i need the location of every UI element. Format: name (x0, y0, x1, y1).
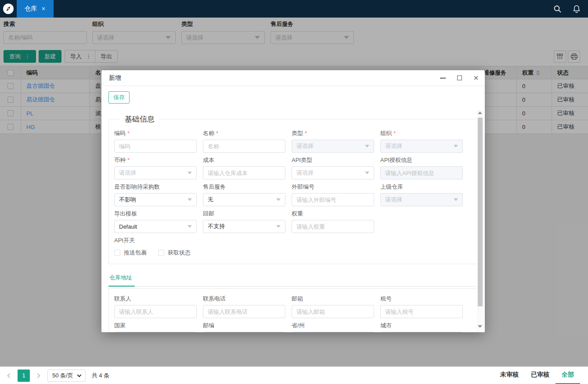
code-input[interactable] (114, 140, 197, 153)
chevron-down-icon (276, 198, 281, 201)
province-input[interactable] (292, 332, 374, 332)
compass-logo-icon (3, 3, 14, 14)
notifications-bell-icon[interactable] (572, 4, 581, 13)
required-marker: * (127, 130, 130, 136)
chevron-down-icon (188, 172, 192, 174)
city-input[interactable] (380, 332, 463, 332)
tab-unaudited[interactable]: 未审核 (494, 367, 525, 384)
name-input[interactable] (203, 140, 285, 153)
save-button[interactable]: 保存 (108, 91, 130, 104)
parent-warehouse-select[interactable]: 请选择 (380, 193, 463, 206)
dialog-body: 基础信息 编码* 名称* 类型* 请选择 组织* 请选择 (101, 114, 485, 332)
total-count: 共 4 条 (92, 372, 109, 380)
footer-bar: 1 50 条/页 共 4 条 未审核 已审核 全部 (0, 366, 588, 384)
chevron-down-icon (188, 198, 192, 201)
scroll-down-icon[interactable] (478, 325, 482, 328)
api-auth-input[interactable] (380, 166, 463, 179)
chevron-down-icon (365, 145, 369, 147)
push-package-checkbox[interactable]: 推送包裹 (114, 249, 147, 257)
new-warehouse-dialog: 新增 ✕ 保存 基础信息 编码* 名称* 类型* (101, 70, 485, 332)
top-navbar: 仓库 ✕ (0, 0, 588, 18)
chevron-down-icon (454, 145, 458, 147)
address-section: 联系人 联系电话 邮箱 税号 国家 请选 (108, 288, 478, 332)
required-marker: * (216, 130, 218, 136)
required-marker: * (393, 130, 396, 136)
checkbox-icon (158, 250, 164, 256)
phone-input[interactable] (203, 305, 285, 318)
global-search-icon[interactable] (553, 4, 562, 13)
minimize-icon[interactable] (439, 75, 446, 82)
required-marker: * (127, 157, 130, 163)
tab-audited[interactable]: 已审核 (525, 367, 556, 384)
address-tabs: 仓库地址 (108, 274, 478, 287)
basic-info-title: 基础信息 (120, 114, 159, 124)
chevron-down-icon (276, 225, 281, 228)
tab-warehouse-address[interactable]: 仓库地址 (108, 274, 135, 287)
checkbox-icon (114, 250, 120, 256)
chevron-down-icon (365, 172, 369, 174)
next-page-button[interactable] (32, 370, 43, 382)
dialog-title: 新增 (109, 74, 121, 82)
after-sale-select[interactable]: 无 (203, 193, 285, 206)
chevron-down-icon (188, 225, 192, 228)
fetch-status-checkbox[interactable]: 获取状态 (158, 249, 191, 257)
page-size-select[interactable]: 50 条/页 (47, 370, 86, 382)
return-mail-select[interactable]: 不支持 (203, 220, 285, 233)
prev-page-button[interactable] (4, 370, 15, 382)
dialog-header: 新增 ✕ (101, 70, 485, 86)
tax-no-input[interactable] (380, 305, 463, 318)
zip-input[interactable] (203, 332, 285, 332)
email-input[interactable] (292, 305, 374, 318)
type-select[interactable]: 请选择 (292, 140, 374, 153)
close-icon[interactable]: ✕ (473, 75, 480, 82)
basic-info-section: 基础信息 编码* 名称* 类型* 请选择 组织* 请选择 (108, 114, 478, 264)
tab-warehouse-label: 仓库 (25, 5, 37, 13)
scroll-up-icon[interactable] (478, 111, 482, 114)
tab-all[interactable]: 全部 (556, 367, 580, 384)
current-page-button[interactable]: 1 (18, 370, 30, 382)
required-marker: * (305, 130, 307, 136)
tab-warehouse[interactable]: 仓库 ✕ (17, 0, 54, 18)
chevron-down-icon (77, 373, 81, 377)
cost-input[interactable] (203, 166, 285, 179)
api-switch-label: API开关 (114, 237, 477, 244)
affect-purchase-select[interactable]: 不影响 (114, 193, 197, 206)
weight-input[interactable] (292, 220, 374, 233)
country-select[interactable]: 请选择 (114, 332, 197, 332)
tab-close-icon[interactable]: ✕ (41, 6, 46, 12)
api-type-select[interactable]: 请选择 (292, 166, 374, 179)
scrollbar-thumb[interactable] (478, 118, 483, 306)
maximize-icon[interactable] (456, 75, 463, 82)
org-select[interactable]: 请选择 (380, 140, 463, 153)
currency-select[interactable]: 请选择 (114, 166, 197, 179)
app-logo[interactable] (0, 3, 17, 14)
external-no-input[interactable] (292, 193, 374, 206)
chevron-down-icon (454, 198, 458, 201)
export-template-select[interactable]: Default (114, 220, 197, 233)
contact-input[interactable] (114, 305, 197, 318)
dialog-scrollbar[interactable] (477, 110, 483, 330)
